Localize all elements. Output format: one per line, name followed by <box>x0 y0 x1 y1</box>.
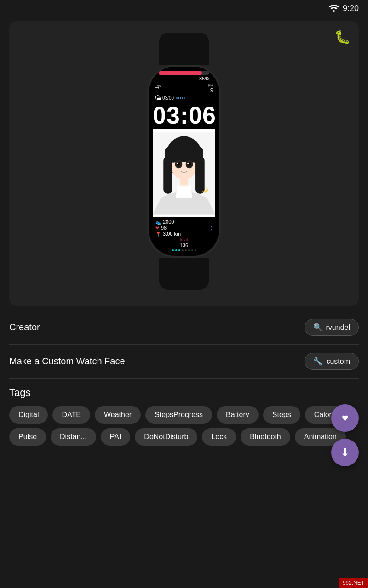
tags-title: Tags <box>9 387 359 399</box>
steps-icon: 👟 <box>155 220 161 225</box>
battery-bar <box>159 71 209 75</box>
search-icon: 🔍 <box>313 323 322 332</box>
kcal-label: kcal <box>155 237 213 242</box>
watch-preview-area: 🐛 85% -4° pai <box>9 21 359 306</box>
tag-battery[interactable]: Battery <box>217 406 259 424</box>
status-time: 9:20 <box>343 4 359 13</box>
creator-button[interactable]: 🔍 rvundel <box>305 319 359 336</box>
watch-temp: -4° <box>155 82 161 90</box>
band-bottom <box>159 258 209 290</box>
tag-pai[interactable]: PAI <box>101 428 131 446</box>
svg-rect-15 <box>163 157 172 194</box>
watch-stats: 👟 2000 ❤ 98 ⟩ 📍 3.00 km kcal 136 <box>153 217 215 252</box>
battery-arc: 85% <box>153 71 215 81</box>
status-bar: 9:20 <box>0 0 368 17</box>
watch-top-row: -4° pai 9 <box>153 82 215 94</box>
custom-watchface-section: Make a Custom Watch Face 🔧 custom <box>9 345 359 379</box>
creator-section: Creator 🔍 rvundel <box>9 311 359 345</box>
watch-weather-row: 🌤 03/09 <box>153 94 215 102</box>
wifi-icon <box>329 5 339 12</box>
tag-steps[interactable]: Steps <box>263 406 300 424</box>
cal-dot-6 <box>188 249 190 251</box>
cal-dot-1 <box>172 249 174 251</box>
rain-dot <box>176 97 178 99</box>
cloud-icon: 🌤 <box>155 94 161 102</box>
cal-dot-3 <box>178 249 180 251</box>
bug-icon[interactable]: 🐛 <box>334 29 351 45</box>
cal-dot-2 <box>175 249 177 251</box>
tag-distance[interactable]: Distan... <box>51 428 96 446</box>
custom-button[interactable]: 🔧 custom <box>305 353 359 370</box>
fab-heart-button[interactable]: ♥ <box>331 404 359 432</box>
svg-point-13 <box>187 163 189 164</box>
location-icon: 📍 <box>155 232 161 237</box>
wrench-icon: 🔧 <box>313 357 322 366</box>
calories-value: 136 <box>155 243 213 248</box>
custom-watchface-label: Make a Custom Watch Face <box>9 356 125 367</box>
heart-fab-icon: ♥ <box>342 412 348 424</box>
creator-button-text: rvundel <box>326 323 350 332</box>
tag-date[interactable]: DATE <box>52 406 90 424</box>
calorie-progress-dots <box>155 249 213 251</box>
svg-text:🌙: 🌙 <box>202 187 208 193</box>
rain-dot <box>178 97 179 99</box>
tag-lock[interactable]: Lock <box>202 428 236 446</box>
watch-anime-image: 🌙 <box>153 129 215 217</box>
watch-time: 03:06 <box>153 103 215 127</box>
heart-icon: ❤ <box>155 226 159 231</box>
tag-stepsprogress[interactable]: StepsProgress <box>145 406 212 424</box>
tag-donotdisturb[interactable]: DoNotDisturb <box>135 428 197 446</box>
distance-value: 3.00 km <box>163 231 181 237</box>
tags-section: Tags Digital DATE Weather StepsProgress … <box>9 379 359 454</box>
cal-dot-4 <box>182 249 184 251</box>
svg-point-12 <box>177 163 178 164</box>
cal-dot-8 <box>195 249 196 251</box>
cal-dot-7 <box>191 249 193 251</box>
band-top <box>159 33 209 65</box>
heart-value: 98 <box>161 225 167 231</box>
rain-dot <box>184 97 185 99</box>
fab-download-button[interactable]: ⬇ <box>331 439 359 466</box>
watermark: 962.NET <box>339 578 368 588</box>
watch-face: 85% -4° pai 9 🌤 03/09 <box>149 67 219 256</box>
cal-dot-5 <box>185 249 187 251</box>
watch-outer: 85% -4° pai 9 🌤 03/09 <box>147 33 221 290</box>
rain-dot <box>182 97 183 99</box>
tag-digital[interactable]: Digital <box>9 406 48 424</box>
svg-point-0 <box>333 10 335 12</box>
watch-body: 85% -4° pai 9 🌤 03/09 <box>147 65 221 258</box>
bluetooth-icon: ⟩ <box>211 226 213 231</box>
rain-dot <box>180 97 181 99</box>
svg-rect-14 <box>180 178 188 187</box>
tag-pulse[interactable]: Pulse <box>9 428 46 446</box>
tags-container: Digital DATE Weather StepsProgress Batte… <box>9 406 359 446</box>
tag-weather[interactable]: Weather <box>95 406 141 424</box>
svg-point-6 <box>180 148 188 161</box>
heart-row: ❤ 98 ⟩ <box>155 225 213 231</box>
battery-bar-fill <box>159 71 202 75</box>
rain-bar <box>176 97 185 99</box>
creator-label: Creator <box>9 322 40 333</box>
custom-button-text: custom <box>326 357 350 366</box>
watch-pai: pai 9 <box>208 82 213 94</box>
steps-row: 👟 2000 <box>155 219 213 225</box>
steps-value: 2000 <box>163 219 174 225</box>
battery-percent: 85% <box>159 76 209 81</box>
distance-row: 📍 3.00 km <box>155 231 213 237</box>
download-fab-icon: ⬇ <box>340 446 350 459</box>
tag-bluetooth[interactable]: Bluetooth <box>241 428 290 446</box>
